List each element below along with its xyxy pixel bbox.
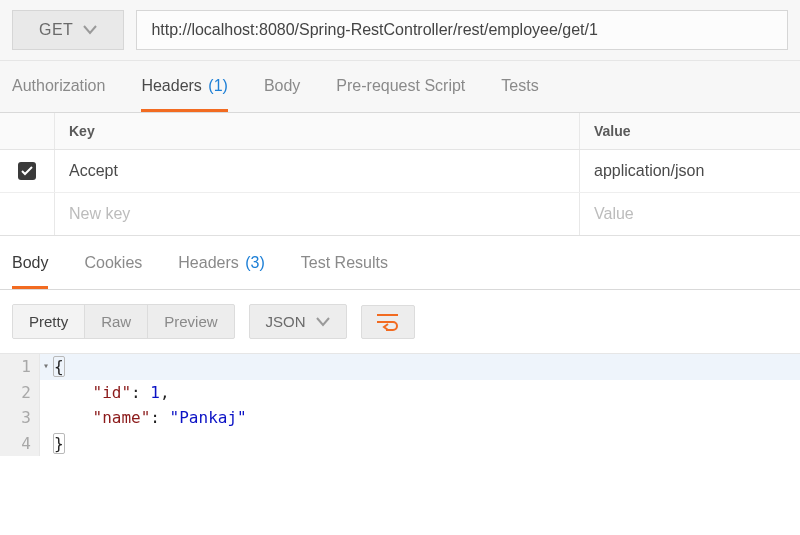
headers-col-key: Key <box>54 113 580 149</box>
tab-response-body[interactable]: Body <box>12 236 48 289</box>
code-source: "name": "Pankaj" <box>40 405 247 431</box>
tab-response-cookies[interactable]: Cookies <box>84 236 142 289</box>
format-label: JSON <box>266 313 306 330</box>
headers-row-key[interactable]: Accept <box>54 150 580 192</box>
tab-response-test-results[interactable]: Test Results <box>301 236 388 289</box>
tab-headers[interactable]: Headers (1) <box>141 61 228 112</box>
tab-headers-count: (1) <box>208 77 228 94</box>
format-dropdown[interactable]: JSON <box>249 304 347 339</box>
line-number: 2 <box>0 380 40 406</box>
tab-response-headers-count: (3) <box>245 254 265 271</box>
headers-row-new[interactable]: New key Value <box>0 193 800 235</box>
http-method-label: GET <box>39 21 73 39</box>
request-url-input[interactable] <box>136 10 788 50</box>
view-preview-button[interactable]: Preview <box>148 305 233 338</box>
tab-prerequest[interactable]: Pre-request Script <box>336 61 465 112</box>
line-number: 3 <box>0 405 40 431</box>
tab-tests[interactable]: Tests <box>501 61 538 112</box>
check-icon <box>18 162 36 180</box>
tab-response-headers-label: Headers <box>178 254 238 271</box>
response-tabs: Body Cookies Headers (3) Test Results <box>0 236 800 290</box>
line-number: 1▾ <box>0 354 40 380</box>
tab-headers-label: Headers <box>141 77 201 94</box>
view-mode-segment: Pretty Raw Preview <box>12 304 235 339</box>
response-body[interactable]: 1▾ { 2 "id": 1, 3 "name": "Pankaj" 4 } <box>0 354 800 456</box>
headers-col-check <box>0 113 54 149</box>
headers-col-value: Value <box>580 113 800 149</box>
code-line: 4 } <box>0 431 800 457</box>
chevron-down-icon <box>83 25 97 35</box>
headers-new-key[interactable]: New key <box>54 193 580 235</box>
headers-new-value[interactable]: Value <box>580 193 800 235</box>
code-source: } <box>40 431 64 457</box>
tab-authorization[interactable]: Authorization <box>12 61 105 112</box>
wrap-lines-button[interactable] <box>361 305 415 339</box>
response-view-controls: Pretty Raw Preview JSON <box>0 290 800 354</box>
wrap-icon <box>376 312 400 332</box>
request-tabs: Authorization Headers (1) Body Pre-reque… <box>0 61 800 113</box>
code-line: 1▾ { <box>0 354 800 380</box>
headers-row-check-empty <box>0 193 54 235</box>
headers-row[interactable]: Accept application/json <box>0 150 800 193</box>
headers-table: Key Value Accept application/json New ke… <box>0 113 800 236</box>
line-number: 4 <box>0 431 40 457</box>
code-source: "id": 1, <box>40 380 170 406</box>
http-method-dropdown[interactable]: GET <box>12 10 124 50</box>
headers-table-head: Key Value <box>0 113 800 150</box>
tab-body[interactable]: Body <box>264 61 300 112</box>
headers-row-check[interactable] <box>0 150 54 192</box>
tab-response-headers[interactable]: Headers (3) <box>178 236 265 289</box>
view-pretty-button[interactable]: Pretty <box>13 305 85 338</box>
fold-arrow-icon[interactable]: ▾ <box>43 358 49 374</box>
view-raw-button[interactable]: Raw <box>85 305 148 338</box>
code-line: 3 "name": "Pankaj" <box>0 405 800 431</box>
chevron-down-icon <box>316 317 330 327</box>
headers-row-value[interactable]: application/json <box>580 150 800 192</box>
request-bar: GET <box>0 0 800 61</box>
code-line: 2 "id": 1, <box>0 380 800 406</box>
